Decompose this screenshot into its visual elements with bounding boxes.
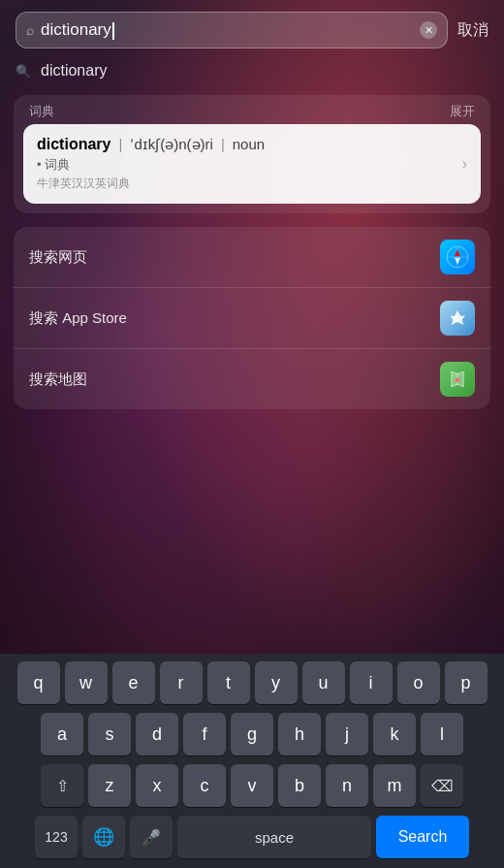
shift-key[interactable]: ⇧ xyxy=(41,764,83,807)
key-t[interactable]: t xyxy=(207,661,250,704)
key-s[interactable]: s xyxy=(88,713,131,755)
key-y[interactable]: y xyxy=(255,661,298,704)
appstore-icon xyxy=(440,301,475,336)
keyboard-row-3: ⇧ z x c v b n m ⌫ xyxy=(4,764,500,807)
key-e[interactable]: e xyxy=(112,661,155,704)
search-appstore-option[interactable]: 搜索 App Store xyxy=(14,287,490,348)
globe-key[interactable]: 🌐 xyxy=(82,816,125,858)
suggestion-row[interactable]: 🔍 dictionary xyxy=(0,56,504,85)
search-web-label: 搜索网页 xyxy=(29,248,428,267)
cursor xyxy=(112,22,114,40)
numbers-key[interactable]: 123 xyxy=(35,816,78,858)
space-key[interactable]: space xyxy=(177,816,371,858)
dict-chevron-icon: › xyxy=(462,155,467,173)
key-d[interactable]: d xyxy=(136,713,178,755)
section-header: 词典 展开 xyxy=(14,95,490,124)
safari-icon xyxy=(440,240,475,274)
spacer xyxy=(0,415,504,654)
dictionary-section: 词典 展开 dictionary | ˈdɪkʃ(ə)n(ə)ri | noun… xyxy=(14,95,490,213)
suggestion-text: dictionary xyxy=(41,62,107,80)
key-x[interactable]: x xyxy=(136,764,178,807)
maps-icon xyxy=(440,362,475,397)
key-l[interactable]: l xyxy=(421,713,463,755)
key-f[interactable]: f xyxy=(183,713,226,755)
key-b[interactable]: b xyxy=(278,764,321,807)
dict-phonetic: ˈdɪkʃ(ə)n(ə)ri xyxy=(130,136,213,153)
key-v[interactable]: v xyxy=(231,764,273,807)
key-m[interactable]: m xyxy=(373,764,416,807)
search-query-text: dictionary xyxy=(41,20,111,39)
key-i[interactable]: i xyxy=(350,661,393,704)
key-z[interactable]: z xyxy=(88,764,131,807)
dict-pos: noun xyxy=(233,136,265,152)
dict-sep1: | xyxy=(118,136,122,152)
expand-button[interactable]: 展开 xyxy=(450,103,475,120)
key-j[interactable]: j xyxy=(326,713,368,755)
section-title: 词典 xyxy=(29,103,54,120)
search-maps-option[interactable]: 搜索地图 xyxy=(14,348,490,409)
search-input[interactable]: dictionary xyxy=(41,20,413,40)
keyboard: q w e r t y u i o p a s d f g h j k l ⇧ … xyxy=(0,654,504,868)
svg-point-6 xyxy=(456,377,460,382)
key-r[interactable]: r xyxy=(160,661,203,704)
search-options-section: 搜索网页 搜索 App Store 搜索地图 xyxy=(14,227,490,409)
search-icon: ⌕ xyxy=(26,22,34,38)
dict-word: dictionary xyxy=(37,136,110,153)
keyboard-row-4: 123 🌐 🎤 space Search xyxy=(4,816,500,858)
dict-sep2: | xyxy=(221,136,225,152)
main-content: ⌕ dictionary ✕ 取消 🔍 dictionary 词典 展开 dic… xyxy=(0,0,504,868)
search-appstore-label: 搜索 App Store xyxy=(29,309,428,328)
key-g[interactable]: g xyxy=(231,713,273,755)
microphone-key[interactable]: 🎤 xyxy=(130,816,173,858)
key-n[interactable]: n xyxy=(326,764,368,807)
key-u[interactable]: u xyxy=(302,661,345,704)
search-button[interactable]: Search xyxy=(376,816,469,858)
key-k[interactable]: k xyxy=(373,713,416,755)
dict-card-content: dictionary | ˈdɪkʃ(ə)n(ə)ri | noun • 词典 … xyxy=(37,136,455,192)
suggestion-search-icon: 🔍 xyxy=(16,64,31,79)
key-c[interactable]: c xyxy=(183,764,226,807)
keyboard-row-1: q w e r t y u i o p xyxy=(4,661,500,704)
search-bar[interactable]: ⌕ dictionary ✕ xyxy=(16,12,448,48)
dict-word-line: dictionary | ˈdɪkʃ(ə)n(ə)ri | noun xyxy=(37,136,455,153)
key-o[interactable]: o xyxy=(397,661,440,704)
search-maps-label: 搜索地图 xyxy=(29,370,428,389)
dict-bullet: • 词典 xyxy=(37,156,455,174)
key-q[interactable]: q xyxy=(17,661,60,704)
search-bar-container: ⌕ dictionary ✕ 取消 xyxy=(0,0,504,56)
delete-key[interactable]: ⌫ xyxy=(421,764,463,807)
dict-source: 牛津英汉汉英词典 xyxy=(37,176,455,192)
dictionary-card[interactable]: dictionary | ˈdɪkʃ(ə)n(ə)ri | noun • 词典 … xyxy=(23,124,481,204)
key-p[interactable]: p xyxy=(445,661,488,704)
key-h[interactable]: h xyxy=(278,713,321,755)
search-web-option[interactable]: 搜索网页 xyxy=(14,227,490,287)
key-w[interactable]: w xyxy=(65,661,108,704)
clear-button[interactable]: ✕ xyxy=(420,21,437,39)
cancel-button[interactable]: 取消 xyxy=(457,20,488,41)
key-a[interactable]: a xyxy=(41,713,83,755)
keyboard-row-2: a s d f g h j k l xyxy=(4,713,500,755)
